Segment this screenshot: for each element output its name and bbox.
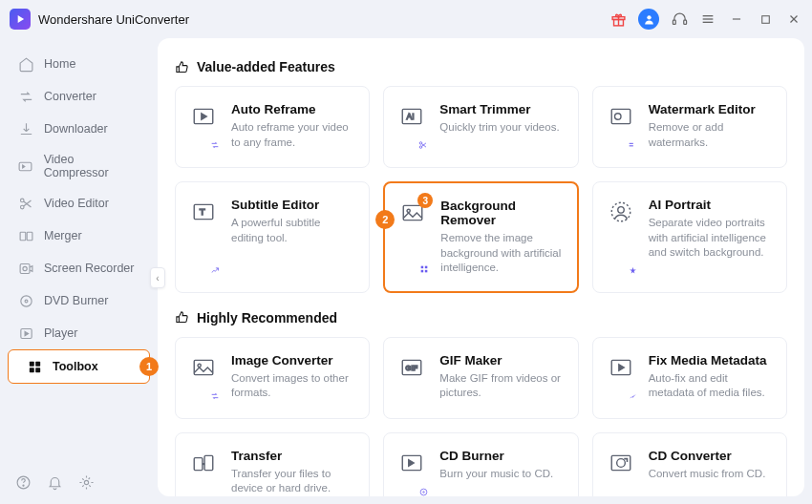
svg-rect-58 xyxy=(194,457,203,470)
card-transfer[interactable]: TransferTransfer your files to device or… xyxy=(175,432,370,496)
card-auto-reframe[interactable]: Auto ReframeAuto reframe your video to a… xyxy=(175,86,370,168)
svg-rect-5 xyxy=(683,20,686,24)
sidebar-item-dvd-burner[interactable]: DVD Burner xyxy=(0,284,158,317)
card-ai-portrait[interactable]: AI PortraitSeparate video portraits with… xyxy=(592,181,787,293)
sidebar-item-label: Screen Recorder xyxy=(44,262,135,275)
svg-text:GIF: GIF xyxy=(406,364,418,372)
svg-point-31 xyxy=(84,480,88,484)
gif-icon: GIF xyxy=(397,353,426,403)
section-heading-recommended: Highly Recommended xyxy=(175,310,787,326)
svg-rect-63 xyxy=(611,455,630,470)
card-desc: Separate video portraits with artificial… xyxy=(649,216,773,261)
svg-line-16 xyxy=(23,201,31,207)
card-title: Auto Reframe xyxy=(231,102,355,116)
recommended-grid: Image ConverterConvert images to other f… xyxy=(175,337,787,496)
card-gif-maker[interactable]: GIFGIF MakerMake GIF from videos or pict… xyxy=(383,337,578,419)
card-title: Subtitle Editor xyxy=(231,198,355,212)
card-desc: Remove or add watermarks. xyxy=(649,120,773,150)
card-desc: Burn your music to CD. xyxy=(439,467,553,482)
card-title: Fix Media Metadata xyxy=(649,353,773,368)
card-desc: Quickly trim your videos. xyxy=(439,120,559,136)
svg-rect-47 xyxy=(421,265,424,268)
card-fix-metadata[interactable]: Fix Media MetadataAuto-fix and edit meta… xyxy=(592,337,787,419)
toolbox-icon xyxy=(26,358,43,375)
svg-text:T: T xyxy=(200,206,205,217)
card-title: CD Burner xyxy=(439,449,553,463)
bgremove-icon: 3 xyxy=(398,199,427,276)
card-desc: Auto reframe your video to any frame. xyxy=(231,120,355,150)
card-watermark-editor[interactable]: Watermark EditorRemove or add watermarks… xyxy=(592,86,787,168)
sidebar-item-toolbox[interactable]: Toolbox1 xyxy=(8,349,150,384)
sidebar-item-label: Merger xyxy=(44,229,82,242)
compressor-icon xyxy=(17,158,34,175)
disc-icon xyxy=(17,292,34,309)
cdburn-icon xyxy=(397,449,426,496)
svg-point-15 xyxy=(20,205,24,209)
card-desc: Auto-fix and edit metadata of media file… xyxy=(649,371,773,401)
sidebar-item-converter[interactable]: Converter xyxy=(0,80,158,113)
svg-rect-49 xyxy=(421,269,424,272)
sidebar-item-label: Downloader xyxy=(44,122,108,136)
sidebar-item-label: DVD Burner xyxy=(44,294,108,307)
card-subtitle-editor[interactable]: TSubtitle EditorA powerful subtitle edit… xyxy=(175,181,370,293)
sidebar-item-downloader[interactable]: Downloader xyxy=(0,113,158,145)
sidebar-item-player[interactable]: Player xyxy=(0,317,158,349)
portrait-icon xyxy=(607,198,635,277)
card-title: Image Converter xyxy=(231,353,355,368)
svg-point-3 xyxy=(647,15,651,19)
svg-point-46 xyxy=(407,209,410,212)
card-desc: Transfer your files to device or hard dr… xyxy=(231,467,355,496)
card-background-remover[interactable]: 3Background RemoverRemove the image back… xyxy=(383,181,578,293)
card-cd-converter[interactable]: CD ConverterConvert music from CD. xyxy=(592,432,787,496)
value-grid: Auto ReframeAuto reframe your video to a… xyxy=(175,86,787,293)
user-avatar[interactable] xyxy=(638,9,659,30)
card-desc: Convert images to other formats. xyxy=(231,371,355,401)
sidebar-item-label: Toolbox xyxy=(53,360,98,373)
thumbs-up-icon xyxy=(175,60,189,74)
svg-rect-18 xyxy=(20,232,26,241)
card-desc: Make GIF from videos or pictures. xyxy=(439,371,564,401)
card-cd-burner[interactable]: CD BurnerBurn your music to CD. xyxy=(383,432,578,496)
new-badge: 3 xyxy=(417,193,433,208)
sidebar-item-recorder[interactable]: Screen Recorder xyxy=(0,252,158,284)
svg-text:AI: AI xyxy=(407,112,415,121)
main-content: Value-added Features Auto ReframeAuto re… xyxy=(158,38,804,496)
minimize-icon[interactable] xyxy=(728,10,745,28)
sidebar-item-home[interactable]: Home xyxy=(0,48,158,80)
card-image-converter[interactable]: Image ConverterConvert images to other f… xyxy=(175,337,370,419)
svg-point-35 xyxy=(420,142,423,145)
step-badge: 1 xyxy=(139,357,159,376)
help-icon[interactable] xyxy=(15,474,32,494)
sidebar-item-editor[interactable]: Video Editor xyxy=(0,187,158,220)
download-icon xyxy=(17,120,34,137)
svg-rect-4 xyxy=(673,20,675,24)
svg-point-30 xyxy=(23,485,24,486)
card-desc: Convert music from CD. xyxy=(649,467,766,482)
sidebar-collapse-button[interactable]: ‹ xyxy=(150,267,165,288)
section-heading-value: Value-added Features xyxy=(175,59,787,74)
sidebar-item-label: Video Editor xyxy=(44,197,109,210)
sidebar-item-label: Video Compressor xyxy=(44,153,140,179)
svg-rect-28 xyxy=(35,368,40,372)
sidebar-item-label: Player xyxy=(44,326,77,340)
bell-icon[interactable] xyxy=(47,474,63,494)
trimmer-icon: AI xyxy=(397,102,426,152)
headset-icon[interactable] xyxy=(671,10,688,28)
sidebar: Home Converter Downloader Video Compress… xyxy=(0,38,158,504)
gift-icon[interactable] xyxy=(609,10,627,28)
sidebar-item-label: Converter xyxy=(44,90,96,103)
cdconv-icon xyxy=(607,449,635,496)
sidebar-item-compressor[interactable]: Video Compressor xyxy=(0,145,158,187)
card-smart-trimmer[interactable]: AISmart TrimmerQuickly trim your videos. xyxy=(383,86,578,168)
svg-rect-27 xyxy=(29,368,33,372)
close-icon[interactable] xyxy=(785,10,802,28)
converter-icon xyxy=(17,88,34,105)
card-title: AI Portrait xyxy=(649,198,773,212)
metadata-icon xyxy=(607,353,635,403)
sidebar-item-merger[interactable]: Merger xyxy=(0,220,158,252)
home-icon xyxy=(17,55,34,73)
menu-icon[interactable] xyxy=(699,10,716,28)
svg-rect-19 xyxy=(27,232,32,241)
settings-icon[interactable] xyxy=(78,474,95,494)
maximize-icon[interactable] xyxy=(757,10,774,28)
